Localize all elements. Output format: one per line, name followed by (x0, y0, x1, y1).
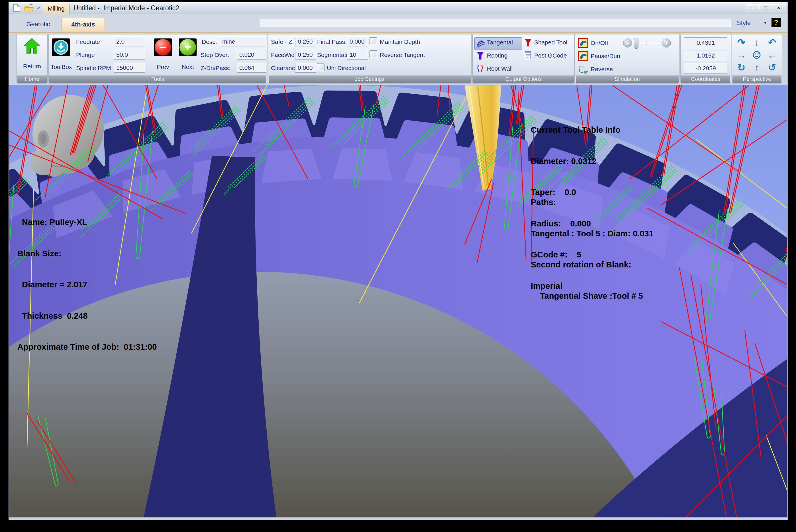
sim-zoom-in-button[interactable]: + (662, 38, 671, 48)
coordinate-y-readout: 1.0152 (684, 50, 727, 61)
sim-pauserun-icon (578, 51, 588, 62)
sim-reverse-button[interactable]: Reverse (591, 66, 613, 73)
safe-z-field[interactable]: 0.250 (295, 37, 316, 46)
sim-zoom-out-button[interactable]: – (623, 38, 632, 48)
z-dn-pass-label: Z-Dn/Pass: (201, 65, 230, 72)
group-perspective: ↷ ↓ ↶ → ← ↻ ↑ ↺ Perspective (732, 34, 782, 84)
group-caption-simulation: Simulation (576, 75, 679, 83)
window-bottom-edge (8, 517, 788, 520)
clearance-field[interactable]: 0.000 (295, 63, 316, 73)
simulation-3d-viewport[interactable]: Current Tool Table Info Diameter: 0.0312… (9, 85, 788, 517)
maintain-depth-label: Maintain Depth (380, 38, 420, 45)
toolbox-button[interactable]: ToolBox (50, 63, 73, 70)
next-button[interactable]: Next (175, 63, 201, 70)
window-title: Untitled - Imperial Mode - Gearotic2 (74, 4, 179, 12)
pan-left-icon[interactable]: ← (765, 49, 779, 61)
post-gcode-icon (525, 51, 531, 61)
close-button[interactable]: × (772, 4, 785, 12)
group-tools: ToolBox Feedrate 2.0 Plunge 50.0 Spindle… (49, 34, 267, 84)
group-caption-coordinates: Coordinates (681, 75, 730, 83)
group-caption-home: Home (17, 75, 47, 83)
group-coordinates: 0.4391 1.0152 -0.2959 Coordinates (680, 34, 731, 84)
root-wall-button[interactable]: Root Wall (487, 65, 513, 72)
more-tools-icon[interactable]: » (37, 4, 40, 11)
paths-info-overlay: Paths: Tangental : Tool 5 : Diam: 0.031 … (531, 176, 653, 322)
group-output-options: Tangental Shaped Tool Rooting Post GCode… (472, 34, 575, 84)
sim-pauserun-button[interactable]: Pause/Run (591, 53, 620, 59)
post-gcode-button[interactable]: Post GCode (534, 52, 567, 59)
style-dropdown[interactable]: Style (737, 19, 751, 27)
root-wall-icon (476, 64, 484, 74)
pan-down-icon[interactable]: ↓ (750, 36, 764, 49)
z-dn-pass-field[interactable]: 0.064 (237, 63, 266, 73)
group-home: Return Home (17, 34, 48, 84)
toolbox-icon[interactable] (52, 38, 70, 56)
rotate-cw-icon[interactable]: ↷ (734, 36, 748, 49)
step-over-label: Step Over: (201, 52, 229, 58)
group-caption-job-settings: Job Settings (269, 75, 471, 83)
prev-tool-icon[interactable]: – (154, 38, 172, 56)
return-button[interactable]: Return (17, 63, 47, 70)
app-window: » Milling Untitled - Imperial Mode - Gea… (8, 2, 788, 520)
roll-right-icon[interactable]: ↻ (734, 61, 748, 74)
minimize-button[interactable]: – (746, 4, 759, 12)
clearance-label: Clearance (271, 65, 298, 72)
reverse-tangent-label: Reverse Tangent (380, 52, 425, 58)
rotate-ccw-icon[interactable]: ↶ (765, 36, 779, 49)
pan-up-icon[interactable]: ↑ (750, 61, 764, 74)
feedrate-field[interactable]: 2.0 (114, 37, 145, 46)
group-simulation: On/Off – + Pause/Run abac Reverse Simula… (575, 34, 680, 84)
reverse-tangent-checkbox[interactable] (369, 51, 377, 58)
tangental-button[interactable]: Tangental (487, 39, 513, 46)
roll-left-icon[interactable]: ↺ (765, 61, 779, 74)
sim-reverse-icon: abac (578, 65, 589, 75)
group-caption-output-options: Output Options (473, 75, 574, 83)
segmentation-field[interactable]: 10 (347, 50, 368, 59)
final-pass-field[interactable]: 0.000 (347, 37, 368, 46)
titlebar: » Milling Untitled - Imperial Mode - Gea… (8, 2, 788, 14)
group-job-settings: Safe - Z: 0.250 FaceWidth 0.250 Clearanc… (268, 34, 472, 84)
plunge-field[interactable]: 50.0 (114, 50, 145, 59)
sim-onoff-button[interactable]: On/Off (591, 40, 608, 46)
rooting-button[interactable]: Rooting (487, 52, 507, 59)
chevron-down-icon[interactable]: ▾ (764, 20, 766, 25)
pan-right-icon[interactable]: → (734, 49, 748, 61)
group-caption-tools: Tools (49, 75, 266, 83)
sim-speed-thumb[interactable] (634, 38, 639, 49)
uni-directional-label: Uni Directional (327, 65, 366, 72)
desc-label: Desc: (202, 38, 217, 45)
help-button[interactable]: ? (772, 18, 781, 27)
quick-search-field[interactable] (260, 19, 731, 27)
spindle-rpm-label: Spindle RPM (76, 65, 111, 72)
tangental-icon (477, 40, 485, 49)
coordinate-x-readout: 0.4391 (684, 37, 727, 48)
svg-text:ac: ac (584, 70, 588, 74)
maintain-depth-checkbox[interactable] (369, 37, 377, 45)
open-file-icon[interactable] (23, 4, 34, 13)
shaped-tool-icon (525, 38, 532, 48)
step-over-field[interactable]: 0.020 (237, 50, 266, 59)
rooting-icon (477, 52, 484, 61)
tab-milling[interactable]: Milling (43, 3, 70, 14)
sim-speed-tick (646, 41, 646, 45)
tab-4th-axis[interactable]: 4th-axis (61, 18, 105, 31)
facewidth-field[interactable]: 0.250 (295, 50, 316, 59)
reset-view-icon[interactable] (750, 49, 764, 61)
feedrate-label: Feedrate (76, 38, 100, 45)
sim-onoff-icon (578, 38, 588, 49)
next-tool-icon[interactable]: + (179, 38, 196, 56)
group-caption-perspective: Perspective (733, 75, 781, 83)
ribbon-tab-row: Gearotic 4th-axis Style ▾ ? (8, 14, 788, 33)
shaped-tool-button[interactable]: Shaped Tool (534, 39, 567, 46)
maximize-button[interactable]: □ (759, 4, 772, 12)
spindle-rpm-field[interactable]: 15000 (114, 63, 145, 73)
blank-info-overlay: Name: Pulley-XL Blank Size: Diameter = 2… (17, 196, 157, 373)
uni-directional-checkbox[interactable] (317, 63, 324, 71)
safe-z-label: Safe - Z: (271, 38, 294, 45)
prev-button[interactable]: Prev (150, 63, 176, 70)
tab-gearotic[interactable]: Gearotic (15, 18, 61, 31)
new-file-icon[interactable] (13, 4, 20, 13)
ribbon: Return Home ToolBox Feedrate 2.0 Plunge … (8, 33, 788, 86)
home-icon[interactable] (24, 38, 40, 55)
desc-field[interactable]: mine (220, 37, 266, 46)
